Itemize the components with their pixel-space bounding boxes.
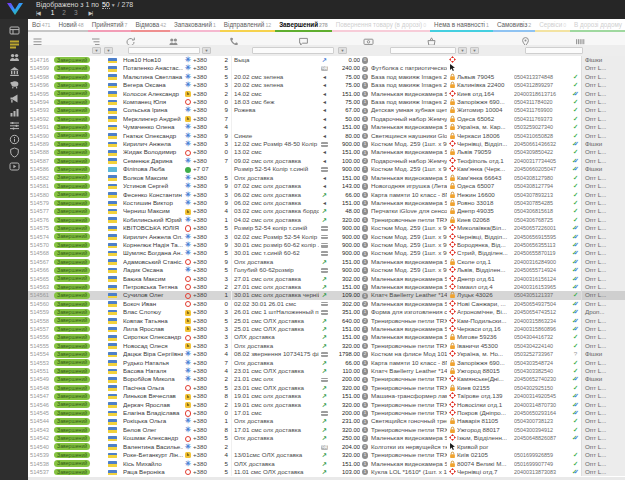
- ttn-cell[interactable]: 20400316284900: [514, 258, 570, 266]
- product-cell[interactable]: Костюм Мод. 259 (1шт. х 900.00...: [370, 249, 447, 257]
- ttn-cell[interactable]: 20400316153965: [514, 283, 570, 291]
- phone-cell[interactable]: +380: [193, 98, 219, 106]
- product-cell[interactable]: Тренировочные петли TRX Train...: [370, 409, 447, 417]
- sidebar-item-stats-icon[interactable]: [6, 107, 22, 118]
- client-name-cell[interactable]: Кошмак Александр: [123, 434, 183, 442]
- phone-cell[interactable]: +380: [193, 81, 219, 89]
- filter-input[interactable]: [128, 47, 200, 54]
- city-cell[interactable]: Україна, м. Но...: [457, 350, 514, 358]
- client-name-cell[interactable]: Колосок Александр: [123, 90, 183, 98]
- chevron-down-icon[interactable]: ▼: [111, 2, 116, 8]
- product-cell[interactable]: Тренировочные петли TRX Train...: [370, 216, 447, 224]
- status-badge[interactable]: Завершений: [54, 107, 90, 114]
- table-row[interactable]: 514598ЗавершенийМалютина Светлана✳+38052…: [28, 73, 625, 81]
- status-badge[interactable]: Завершений: [54, 359, 90, 366]
- city-cell[interactable]: Житомир 10004: [457, 106, 514, 114]
- phone-cell[interactable]: +380: [193, 73, 219, 81]
- status-badge[interactable]: Завершений: [54, 141, 90, 148]
- client-name-cell[interactable]: Мерклингер Андрей: [123, 115, 183, 123]
- product-cell[interactable]: Костюм Мод. 259 (1шт. х 900.00...: [370, 224, 447, 232]
- status-badge[interactable]: Завершений: [54, 351, 90, 358]
- sidebar-item-shield-icon[interactable]: [6, 147, 22, 158]
- ttn-cell[interactable]: 20400314920545: [514, 392, 570, 400]
- product-cell[interactable]: Маленькая видеокамера SQ8 *...: [370, 300, 447, 308]
- comment-cell[interactable]: 30.01 смс олх доставка черній: [231, 291, 319, 299]
- table-row[interactable]: 514593ЗавершенийСольська Ірина✳+3809Роже…: [28, 106, 625, 114]
- ttn-cell[interactable]: 0504309850422: [514, 148, 570, 156]
- comment-cell[interactable]: 30.01 смс т.синій 60-62: [231, 249, 319, 257]
- table-row[interactable]: 514570ЗавершенийКорнелюк Надія Та...✳+38…: [28, 241, 625, 249]
- city-cell[interactable]: Луцьк 43026: [457, 291, 514, 299]
- city-cell[interactable]: Киев 02155: [457, 384, 514, 392]
- tab-відмова[interactable]: Відмова42: [131, 19, 170, 32]
- city-cell[interactable]: Львів 79059: [457, 148, 514, 156]
- comment-cell[interactable]: Розмір 52-54 Колір т.синій: [231, 165, 319, 173]
- comment-cell[interactable]: 06.02 смс олх доставка: [231, 191, 319, 199]
- table-row[interactable]: 514567ЗавершенийАдамовський Станіс...+38…: [28, 258, 625, 266]
- city-cell[interactable]: Черкаси отд.16: [457, 325, 514, 333]
- product-cell[interactable]: Костюм на флисе Мод 1014 (1ш...: [370, 350, 447, 358]
- comment-cell[interactable]: 27.01 смс олх доставка: [231, 275, 319, 283]
- tab-сервіси[interactable]: Сервіси0: [535, 19, 570, 32]
- ttn-cell[interactable]: 20400315860896: [514, 325, 570, 333]
- client-name-cell[interactable]: Петровська Тетяна: [123, 283, 183, 291]
- table-row[interactable]: 514590ЗавершенийГнатюк Олександр✳+3809Си…: [28, 132, 625, 140]
- city-cell[interactable]: Львів, Відділен...: [457, 266, 514, 274]
- ttn-cell[interactable]: 0504303382540: [514, 367, 570, 375]
- status-badge[interactable]: Завершений: [54, 443, 90, 450]
- table-row[interactable]: 514576ЗавершенийКобилинський Юрий✳+38010…: [28, 216, 625, 224]
- ttn-cell[interactable]: 0504300738123: [514, 417, 570, 425]
- product-cell[interactable]: Клатч Baellerry Leather *1487* (1...: [370, 367, 447, 375]
- sidebar-item-clients-icon[interactable]: [6, 52, 22, 63]
- city-cell[interactable]: Кам'янка 66643: [457, 174, 514, 182]
- comment-cell[interactable]: 07.02 смс олх доставка: [231, 182, 319, 190]
- status-badge[interactable]: Завершений: [54, 343, 90, 350]
- product-cell[interactable]: Тренировочные петли TRX Train...: [370, 317, 447, 325]
- product-cell[interactable]: Светящийся гоночный трек Ma...: [370, 417, 447, 425]
- status-badge[interactable]: Завершений: [54, 90, 90, 97]
- product-cell[interactable]: Детская умная зубная щетка на...: [370, 106, 447, 114]
- phone-cell[interactable]: +380: [193, 401, 219, 409]
- comment-cell[interactable]: ОЛХ доставка: [231, 460, 319, 468]
- phone-cell[interactable]: +380: [193, 333, 219, 341]
- comment-cell[interactable]: 23.01 смс ОЛХ доставка: [231, 384, 319, 392]
- city-cell[interactable]: Кривой рог: [457, 443, 514, 451]
- table-row[interactable]: 514556ЗавершенийСиротюк Олександр+3803ОЛ…: [28, 333, 625, 341]
- client-name-cell[interactable]: Линьков Вячеслав: [123, 392, 183, 400]
- ttn-cell[interactable]: 20400314870730: [514, 401, 570, 409]
- table-row[interactable]: 514588ЗавершенийЖидак Володимир+380013.0…: [28, 148, 625, 156]
- client-name-cell[interactable]: Кісь Михайло: [123, 460, 183, 468]
- table-row[interactable]: 514539ЗавершенийРоке-Бетанкурт Лін...k+3…: [28, 451, 625, 459]
- table-row[interactable]: 514594ЗавершенийКомпанец Юля+380018.03 с…: [28, 98, 625, 106]
- phone-cell[interactable]: +380: [193, 140, 219, 148]
- phone-cell[interactable]: +380: [193, 384, 219, 392]
- ttn-cell[interactable]: 0504306768725: [514, 216, 570, 224]
- ttn-cell[interactable]: 20450648826087: [514, 434, 570, 442]
- comment-cell[interactable]: 25.01 смс ОЛХ доставка: [231, 317, 319, 325]
- table-row[interactable]: 514716ЗавершенийНов10 Нов10✳+3802Выца↗0.…: [28, 56, 625, 64]
- client-name-cell[interactable]: Ковпак Татьяна: [123, 317, 183, 325]
- table-row[interactable]: 514587ЗавершенийСеменюк Дарина✳+380709.0…: [28, 157, 625, 165]
- status-badge[interactable]: Завершений: [54, 326, 90, 333]
- product-cell[interactable]: Тренировочные петли TRX Train...: [370, 342, 447, 350]
- client-name-cell[interactable]: Басова Наталя: [123, 367, 183, 375]
- sidebar-item-marketing-icon[interactable]: [6, 93, 22, 104]
- app-logo[interactable]: [4, 2, 26, 17]
- page-number[interactable]: 2: [62, 9, 66, 16]
- page-size-dropdown[interactable]: 50: [102, 1, 110, 9]
- city-cell[interactable]: Днепр отд.61: [457, 275, 514, 283]
- phone-cell[interactable]: +380: [193, 350, 219, 358]
- table-row[interactable]: 514548ЗавершенийПасічна Ольга+380523.01 …: [28, 384, 625, 392]
- comment-cell[interactable]: 17.01 смс: [231, 409, 319, 417]
- table-row[interactable]: 514586ЗавершенийФіліпова Люба+7 07Розмір…: [28, 165, 625, 173]
- product-cell[interactable]: Маленькая видеокамера SQ8 *...: [370, 123, 447, 131]
- phone-cell[interactable]: +380: [193, 460, 219, 468]
- comment-cell[interactable]: 02.02 30.01 26.01 смс: [231, 300, 319, 308]
- phone-cell[interactable]: +380: [193, 249, 219, 257]
- city-cell[interactable]: Таїрове отд.139: [457, 392, 514, 400]
- table-row[interactable]: 514592ЗавершенийМерклингер Андрейk+3807◄…: [28, 115, 625, 123]
- status-badge[interactable]: Завершений: [54, 57, 90, 64]
- filter-input[interactable]: [525, 47, 583, 54]
- page-number[interactable]: 3: [74, 9, 78, 16]
- table-row[interactable]: 514561ЗавершенийСучилов Олег+380130.01 с…: [28, 291, 625, 299]
